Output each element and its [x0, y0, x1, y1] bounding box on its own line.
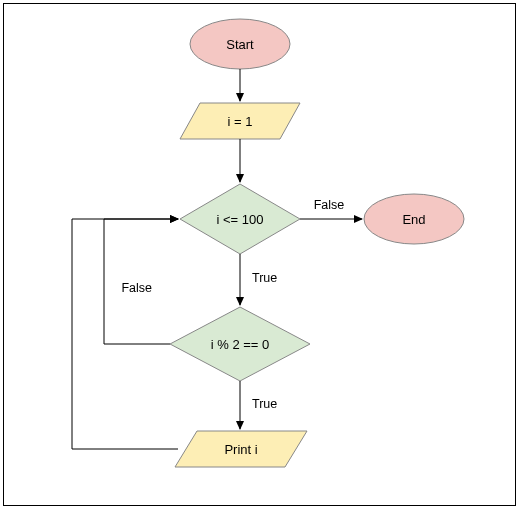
cond2-label: i % 2 == 0: [211, 337, 270, 352]
edge-print-loop: [72, 219, 178, 449]
cond2-false-label: False: [121, 281, 152, 295]
cond1-true-label: True: [252, 271, 277, 285]
cond2-true-label: True: [252, 397, 277, 411]
print-label: Print i: [224, 442, 257, 457]
cond1-label: i <= 100: [217, 212, 264, 227]
end-label: End: [402, 212, 425, 227]
start-label: Start: [226, 37, 254, 52]
cond1-false-label: False: [314, 198, 345, 212]
flowchart-svg: Start i = 1 i <= 100 i % 2 == 0 Print i …: [4, 4, 517, 507]
init-label: i = 1: [228, 114, 253, 129]
canvas-frame: Start i = 1 i <= 100 i % 2 == 0 Print i …: [3, 3, 516, 506]
